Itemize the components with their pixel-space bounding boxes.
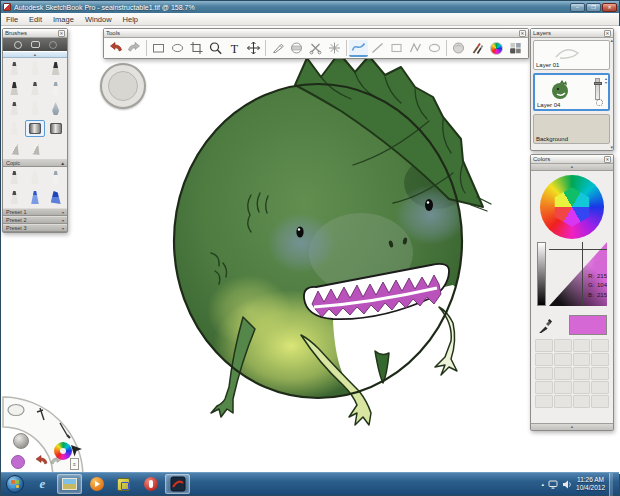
opacity-knob[interactable] bbox=[594, 82, 602, 85]
swatch-cell[interactable] bbox=[535, 381, 553, 394]
layer-opacity-slider[interactable] bbox=[595, 78, 600, 100]
copic-brush-5[interactable] bbox=[25, 189, 46, 206]
restore-button[interactable]: ❐ bbox=[586, 3, 601, 12]
swatch-cell[interactable] bbox=[591, 381, 609, 394]
swatch-cell[interactable] bbox=[535, 353, 553, 366]
curve-tool-selected[interactable] bbox=[349, 40, 368, 57]
taskbar-app-red[interactable] bbox=[138, 474, 163, 494]
brush-cone[interactable] bbox=[4, 120, 25, 137]
brush-extra-icon[interactable] bbox=[49, 41, 57, 49]
copic-section-bar[interactable]: Copic ▴ bbox=[3, 159, 67, 167]
taskbar-media-player[interactable] bbox=[84, 474, 109, 494]
swatch-cell[interactable] bbox=[591, 367, 609, 380]
taskbar-ie[interactable]: e bbox=[30, 474, 55, 494]
layer-row-layer01[interactable]: Layer 01 bbox=[533, 40, 610, 70]
redo-button[interactable] bbox=[125, 40, 144, 57]
polyline-tool[interactable] bbox=[406, 40, 425, 57]
menu-help[interactable]: Help bbox=[123, 15, 138, 24]
menu-edit[interactable]: Edit bbox=[29, 15, 42, 24]
swatch-cell[interactable] bbox=[554, 367, 572, 380]
swatch-cell[interactable] bbox=[554, 353, 572, 366]
tray-expand-icon[interactable]: ▴ bbox=[542, 481, 545, 487]
swatch-cell[interactable] bbox=[573, 395, 591, 408]
speaker-icon[interactable] bbox=[562, 480, 572, 489]
ellipse-tool[interactable] bbox=[425, 40, 444, 57]
preset-2-bar[interactable]: Preset 2 ▾ bbox=[3, 216, 67, 224]
network-icon[interactable] bbox=[548, 480, 558, 489]
pencil-tool[interactable] bbox=[268, 40, 287, 57]
lagoon-handle[interactable]: ≡ bbox=[70, 458, 79, 470]
swatch-cell[interactable] bbox=[535, 339, 553, 352]
brush-airbrush[interactable] bbox=[25, 60, 46, 77]
lasso-select-tool[interactable] bbox=[168, 40, 187, 57]
line-tool[interactable] bbox=[368, 40, 387, 57]
rect-select-tool[interactable] bbox=[149, 40, 168, 57]
layers-close-icon[interactable]: ✕ bbox=[604, 30, 611, 37]
layer-row-background[interactable]: Background bbox=[533, 114, 610, 144]
copic-brush-6[interactable] bbox=[45, 189, 66, 206]
swatch-cell[interactable] bbox=[573, 367, 591, 380]
text-tool[interactable]: T bbox=[225, 40, 244, 57]
copic-brush-4[interactable] bbox=[4, 189, 25, 206]
move-tool[interactable] bbox=[244, 40, 263, 57]
preset-1-bar[interactable]: Preset 1 ▾ bbox=[3, 208, 67, 216]
lagoon-color-swatch[interactable] bbox=[11, 455, 25, 469]
brush-flat[interactable] bbox=[4, 80, 25, 97]
title-bar[interactable]: Autodesk SketchBook Pro - seainstructabl… bbox=[1, 1, 619, 13]
brush-puck-dial[interactable] bbox=[108, 71, 138, 101]
menu-file[interactable]: File bbox=[6, 15, 18, 24]
layer-order-arrows[interactable]: ▴▾ bbox=[605, 77, 607, 85]
brush-puck[interactable] bbox=[100, 63, 146, 109]
menu-window[interactable]: Window bbox=[85, 15, 112, 24]
snowflake-tool[interactable] bbox=[325, 40, 344, 57]
swatch-cell[interactable] bbox=[535, 367, 553, 380]
brush-pen[interactable] bbox=[45, 80, 66, 97]
color-wheel-toggle[interactable] bbox=[487, 40, 506, 57]
menu-image[interactable]: Image bbox=[53, 15, 74, 24]
taskbar-sketchbook[interactable] bbox=[165, 474, 190, 494]
brush-round[interactable] bbox=[25, 80, 46, 97]
brush-selected-flood[interactable] bbox=[25, 120, 46, 137]
zoom-tool[interactable] bbox=[206, 40, 225, 57]
swatch-panel-toggle[interactable] bbox=[506, 40, 525, 57]
swatch-cell[interactable] bbox=[573, 339, 591, 352]
swatch-cell[interactable] bbox=[591, 339, 609, 352]
start-button[interactable] bbox=[6, 475, 24, 493]
swatch-cell[interactable] bbox=[554, 339, 572, 352]
layer-options-gear-icon[interactable] bbox=[596, 99, 603, 106]
brush-marker[interactable] bbox=[45, 60, 66, 77]
swatch-cell[interactable] bbox=[535, 395, 553, 408]
brushes-collapse-bar[interactable]: ▴ bbox=[3, 51, 67, 58]
swatch-cell[interactable] bbox=[554, 381, 572, 394]
taskbar-clock[interactable]: 11:26 AM 10/4/2012 bbox=[576, 476, 605, 492]
hue-hexagon[interactable] bbox=[551, 186, 593, 228]
eyedropper-icon[interactable] bbox=[537, 317, 554, 334]
preset-3-bar[interactable]: Preset 3 ▾ bbox=[3, 224, 67, 232]
brush-eraser-soft[interactable] bbox=[25, 140, 46, 157]
brush-mode-icon[interactable] bbox=[14, 41, 22, 49]
minimize-button[interactable]: – bbox=[570, 3, 585, 12]
show-desktop-button[interactable] bbox=[609, 473, 613, 496]
brushes-toggle[interactable] bbox=[468, 40, 487, 57]
brush-library-icon[interactable] bbox=[31, 41, 40, 48]
brush-ink[interactable] bbox=[4, 100, 25, 117]
colors-collapse-bar[interactable]: ▴ bbox=[531, 164, 613, 171]
brushes-close-icon[interactable]: ✕ bbox=[58, 30, 65, 37]
symmetry-tool[interactable] bbox=[287, 40, 306, 57]
lagoon-sphere-icon[interactable] bbox=[13, 433, 29, 449]
taskbar-pictures[interactable] bbox=[57, 474, 82, 494]
swatch-cell[interactable] bbox=[591, 353, 609, 366]
close-button[interactable]: ✕ bbox=[602, 3, 617, 12]
colors-bottom-collapse-bar[interactable]: ▴ bbox=[531, 423, 613, 430]
crop-tool[interactable] bbox=[187, 40, 206, 57]
undo-button[interactable] bbox=[106, 40, 125, 57]
rectangle-tool[interactable] bbox=[387, 40, 406, 57]
brush-eraser[interactable] bbox=[4, 140, 25, 157]
taskbar-app-yellow[interactable] bbox=[111, 474, 136, 494]
brush-water-drop[interactable] bbox=[45, 100, 66, 117]
swatch-cell[interactable] bbox=[554, 395, 572, 408]
layers-scroll-down[interactable]: ▾ bbox=[610, 145, 613, 150]
swatch-cell[interactable] bbox=[573, 353, 591, 366]
colors-close-icon[interactable]: ✕ bbox=[604, 156, 611, 163]
copic-brush-1[interactable] bbox=[4, 169, 25, 186]
